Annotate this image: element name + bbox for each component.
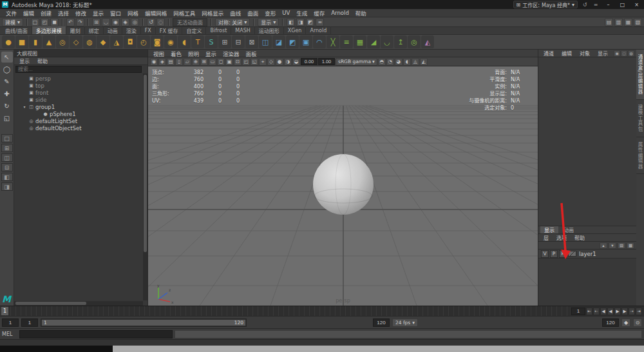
redo-icon[interactable]: ↷ xyxy=(76,18,84,26)
frame-selected-icon[interactable]: ⌖ xyxy=(259,58,267,66)
step-back-frame-button[interactable]: ⇠ xyxy=(593,308,600,315)
shelf-tab[interactable]: FX xyxy=(141,26,156,34)
mel-script-toggle[interactable]: MEL xyxy=(2,331,17,337)
menu-item[interactable]: 选择 xyxy=(55,9,72,17)
layer-display-type-toggle[interactable]: R xyxy=(559,250,567,258)
playback-start-field[interactable] xyxy=(2,318,19,327)
create-layer-from-selected-button[interactable]: ▦ xyxy=(627,242,634,249)
outliner-item-defaultlightset[interactable]: ◎ defaultLightSet xyxy=(14,117,147,124)
safe-title-icon[interactable]: ◱ xyxy=(251,58,258,66)
manip-invisible-icon[interactable]: ◍ xyxy=(628,50,634,57)
outliner-menu-item[interactable]: 显示 xyxy=(16,57,33,64)
viewport-canvas[interactable]: 顶点: 382 0 0 边: 760 0 0 面: 400 0 0 xyxy=(148,66,538,306)
menu-item[interactable]: 编辑网格 xyxy=(142,9,170,17)
wireframe-mode-icon[interactable]: ◇ xyxy=(267,58,275,66)
outliner-item-top[interactable]: ▣ top xyxy=(14,82,147,89)
shelf-tab[interactable]: MASH xyxy=(231,26,254,34)
layout-single-pane-button[interactable]: □ xyxy=(1,134,13,142)
scrollbar-thumb[interactable] xyxy=(144,75,147,252)
menu-item[interactable]: UV xyxy=(279,9,293,17)
shelf-tab[interactable]: FX 缓存 xyxy=(156,26,183,34)
manip-default-icon[interactable]: ◉ xyxy=(614,50,620,57)
shaded-mode-icon[interactable]: ● xyxy=(276,58,283,66)
layer-editor-tab[interactable]: 动画 xyxy=(560,226,578,233)
layout-persp-outliner-button[interactable]: ◧ xyxy=(1,173,13,181)
menu-item[interactable]: 窗口 xyxy=(107,9,124,17)
extract-icon[interactable]: ◩ xyxy=(286,35,299,48)
outliner-item-defaultobjectset[interactable]: ◎ defaultObjectSet xyxy=(14,124,147,132)
grid-toggle-icon[interactable]: ⊞ xyxy=(200,58,208,66)
step-back-key-button[interactable]: ◀ xyxy=(600,308,607,315)
separate-icon[interactable]: ◪ xyxy=(272,35,285,48)
poly-pyramid-icon[interactable]: ◮ xyxy=(110,35,123,48)
channel-box-menu-item[interactable]: 编辑 xyxy=(558,50,575,57)
poly-cone-icon[interactable]: ▲ xyxy=(43,35,55,48)
quad-draw-icon[interactable]: ▦ xyxy=(354,35,366,48)
lights-toggle-icon[interactable]: ◒ xyxy=(292,58,300,66)
step-forward-frame-button[interactable]: ⇢ xyxy=(629,308,635,315)
menu-item[interactable]: 网格 xyxy=(124,9,142,17)
layer-row-layer1[interactable]: V P R layer1 xyxy=(538,249,636,259)
field-chart-icon[interactable]: ⊡ xyxy=(234,58,242,66)
play-backwards-button[interactable]: ◀ xyxy=(607,308,614,315)
outliner-item-psphere1[interactable]: ● pSphere1 xyxy=(14,110,147,117)
menu-item[interactable]: 网格显示 xyxy=(198,9,227,17)
resolution-gate-icon[interactable]: ◻ xyxy=(217,58,225,66)
sidebar-tab-modeling-toolkit[interactable]: 建模工具包 xyxy=(636,100,644,137)
snap-to-curve-icon[interactable]: ◡ xyxy=(102,18,110,26)
two-d-pan-zoom-icon[interactable]: ⊕ xyxy=(192,58,200,66)
layer-playback-toggle[interactable]: P xyxy=(550,250,558,258)
shelf-tab[interactable]: 多边形建模 xyxy=(32,26,66,34)
lock-camera-icon[interactable]: ◈ xyxy=(158,58,166,66)
outliner-item-side[interactable]: ▣ side xyxy=(14,96,147,103)
range-slider-track[interactable]: 1 120 xyxy=(41,318,247,327)
menu-item[interactable]: 曲面 xyxy=(244,9,261,17)
boolean-difference-icon[interactable]: ⊟ xyxy=(232,35,245,48)
insert-edge-loop-icon[interactable]: ≡ xyxy=(340,35,353,48)
make-live-icon[interactable]: ◎ xyxy=(131,18,139,26)
layer-editor-menu-item[interactable]: 选项 xyxy=(553,234,570,241)
snap-to-plane-icon[interactable]: ◈ xyxy=(121,18,129,26)
selection-mode-dropdown[interactable]: 建模 ▾ xyxy=(2,18,23,26)
auto-keyframe-button[interactable]: ◆ xyxy=(621,318,630,327)
snap-to-point-icon[interactable]: ◉ xyxy=(111,18,120,26)
shelf-tab[interactable]: 动画 xyxy=(104,26,122,34)
minimize-button[interactable]: – xyxy=(603,1,614,8)
menu-item[interactable]: 帮助 xyxy=(352,9,370,17)
attribute-editor-toggle-icon[interactable]: ▤ xyxy=(605,18,613,26)
animation-preferences-button[interactable]: ⊙ xyxy=(633,318,642,327)
shelf-tab[interactable]: 渲染 xyxy=(122,26,141,34)
gamma-field[interactable] xyxy=(318,58,335,65)
bevel-icon[interactable]: ◢ xyxy=(367,35,380,48)
channel-box-menu-item[interactable]: 通道 xyxy=(540,50,557,57)
command-input[interactable] xyxy=(19,330,173,338)
move-layer-down-button[interactable]: ▾ xyxy=(609,242,616,249)
viewport-menu-item[interactable]: 渲染器 xyxy=(220,50,243,57)
sidebar-tab-attribute-editor[interactable]: 属性编辑器 xyxy=(636,137,644,175)
layer-editor-menu-item[interactable]: 层 xyxy=(540,234,552,241)
manip-no-icon[interactable]: ◌ xyxy=(621,50,627,57)
scrollbar-thumb[interactable] xyxy=(15,302,86,305)
combine-icon[interactable]: ◫ xyxy=(259,35,272,48)
highlight-selection-icon[interactable]: ◌ xyxy=(156,18,165,26)
move-tool[interactable]: ✚ xyxy=(1,88,13,99)
go-to-end-button[interactable]: ⇥ xyxy=(636,308,642,315)
symmetry-dropdown[interactable]: 对称: 关闭 ▾ xyxy=(215,18,250,26)
shelf-tab[interactable]: 绑定 xyxy=(85,26,104,34)
outliner-horizontal-scrollbar[interactable] xyxy=(14,301,143,306)
viewport-menu-item[interactable]: 着色 xyxy=(167,50,185,57)
image-plane-icon[interactable]: ▱ xyxy=(184,58,191,66)
layer-color-swatch[interactable] xyxy=(568,251,576,257)
target-weld-icon[interactable]: ◎ xyxy=(408,35,421,48)
colorspace-dropdown[interactable]: sRGB gamma ▾ xyxy=(336,58,377,66)
outliner-vertical-scrollbar[interactable] xyxy=(143,73,147,300)
outliner-search-input[interactable] xyxy=(15,66,142,73)
layout-two-pane-stacked-button[interactable]: ⊟ xyxy=(1,163,13,171)
new-scene-icon[interactable]: □ xyxy=(31,18,39,26)
snap-to-grid-icon[interactable]: ⊞ xyxy=(92,18,100,26)
smooth-icon[interactable]: ◠ xyxy=(313,35,326,48)
animation-end-field[interactable] xyxy=(373,318,390,327)
layer-editor-tab[interactable]: 显示 xyxy=(540,226,558,233)
scale-tool[interactable]: ◱ xyxy=(1,113,13,124)
range-slider-bar[interactable]: 1 120 xyxy=(42,320,245,326)
